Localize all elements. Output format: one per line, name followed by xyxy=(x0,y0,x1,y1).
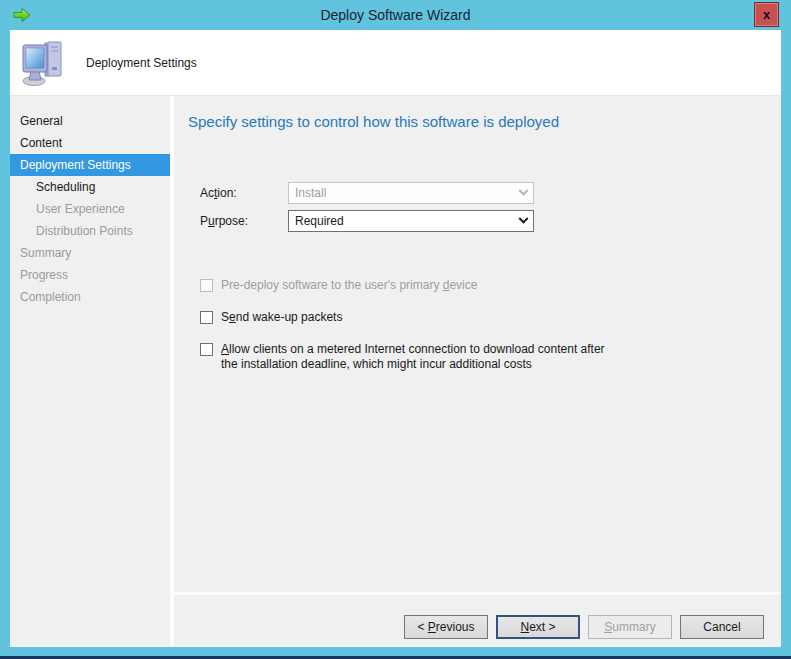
metered-connection-checkbox[interactable] xyxy=(200,343,213,356)
purpose-label: Purpose: xyxy=(200,214,288,228)
sidebar-item-summary: Summary xyxy=(10,242,170,264)
wakeup-checkbox[interactable] xyxy=(200,311,213,324)
predeploy-checkbox-row: Pre-deploy software to the user's primar… xyxy=(200,278,477,293)
header-page-title: Deployment Settings xyxy=(86,56,197,70)
footer-buttons: < Previous Next > Summary Cancel xyxy=(404,615,764,639)
sidebar-item-content[interactable]: Content xyxy=(10,132,170,154)
purpose-field-row: Purpose: Required xyxy=(200,210,534,232)
predeploy-checkbox xyxy=(200,279,213,292)
sidebar-item-deployment-settings[interactable]: Deployment Settings xyxy=(10,154,170,176)
metered-connection-checkbox-label: Allow clients on a metered Internet conn… xyxy=(221,342,613,372)
cancel-button[interactable]: Cancel xyxy=(680,615,764,639)
wakeup-checkbox-row[interactable]: Send wake-up packets xyxy=(200,310,342,325)
next-button[interactable]: Next > xyxy=(496,615,580,639)
footer-separator xyxy=(174,592,781,595)
wizard-sidebar: General Content Deployment Settings Sche… xyxy=(10,96,170,647)
purpose-combobox[interactable]: Required xyxy=(288,210,534,232)
predeploy-checkbox-label: Pre-deploy software to the user's primar… xyxy=(221,278,477,293)
wakeup-checkbox-label: Send wake-up packets xyxy=(221,310,342,325)
page-heading: Specify settings to control how this sof… xyxy=(188,113,769,130)
sidebar-item-distribution-points: Distribution Points xyxy=(10,220,170,242)
purpose-combobox-value: Required xyxy=(295,214,344,228)
summary-button: Summary xyxy=(588,615,672,639)
sidebar-item-progress: Progress xyxy=(10,264,170,286)
chevron-down-icon xyxy=(513,183,533,203)
computer-icon xyxy=(20,39,68,87)
sidebar-item-general[interactable]: General xyxy=(10,110,170,132)
wizard-header: Deployment Settings xyxy=(10,30,781,96)
action-field-row: Action: Install xyxy=(200,182,534,204)
action-combobox-value: Install xyxy=(295,186,326,200)
window-title: Deploy Software Wizard xyxy=(60,0,731,30)
chevron-down-icon[interactable] xyxy=(513,211,533,231)
main-panel: Specify settings to control how this sof… xyxy=(174,96,781,647)
deploy-software-wizard-window: Deploy Software Wizard x xyxy=(0,0,791,659)
sidebar-item-completion: Completion xyxy=(10,286,170,308)
action-combobox: Install xyxy=(288,182,534,204)
action-label: Action: xyxy=(200,186,288,200)
sidebar-item-scheduling[interactable]: Scheduling xyxy=(10,176,170,198)
close-button[interactable]: x xyxy=(754,2,779,27)
sidebar-item-user-experience: User Experience xyxy=(10,198,170,220)
wizard-chrome: Deployment Settings General Content Depl… xyxy=(10,30,781,647)
previous-button[interactable]: < Previous xyxy=(404,615,488,639)
titlebar: Deploy Software Wizard x xyxy=(0,0,791,30)
deploy-arrow-icon xyxy=(12,6,32,24)
metered-connection-checkbox-row[interactable]: Allow clients on a metered Internet conn… xyxy=(200,342,613,372)
wizard-body: General Content Deployment Settings Sche… xyxy=(10,96,781,647)
